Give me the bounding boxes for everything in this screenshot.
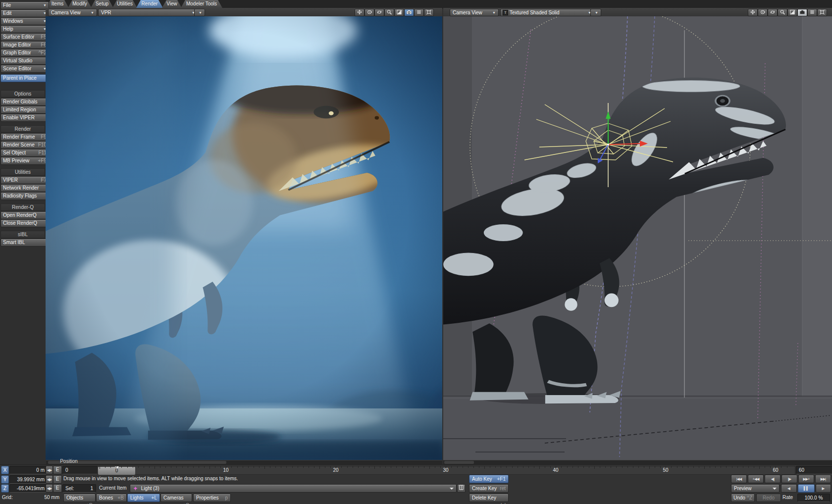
pan-icon[interactable] xyxy=(748,9,758,16)
axis-y-envelope-button[interactable]: E xyxy=(53,475,62,484)
fit-icon[interactable] xyxy=(424,9,434,16)
sidebar-item-render-scene[interactable]: F10Render Scene xyxy=(0,141,49,149)
frame-input[interactable]: 0 xyxy=(62,466,99,474)
sidebar-item-mb-preview[interactable]: +F9MB Preview xyxy=(0,157,49,165)
end-frame-input[interactable]: 60 xyxy=(796,466,832,474)
spin-icon[interactable] xyxy=(768,9,778,16)
camera-icon[interactable] xyxy=(404,9,414,16)
item-type-bones-button[interactable]: Bones+B xyxy=(96,494,127,502)
zoom-icon[interactable] xyxy=(778,9,787,16)
auto-key-button[interactable]: Auto Key+F1 xyxy=(469,475,509,483)
right-viewport-options-button[interactable]: ▼ xyxy=(590,9,601,16)
tab-render[interactable]: Render xyxy=(136,0,163,8)
spin-icon[interactable] xyxy=(374,9,384,16)
ruler-frame-number: 50 xyxy=(658,467,673,473)
menu-icon[interactable] xyxy=(807,9,817,16)
redo-button[interactable]: Redo xyxy=(756,494,781,502)
fit-icon[interactable] xyxy=(817,9,827,16)
sidebar-item-open-renderq[interactable]: Open RenderQ xyxy=(0,211,49,219)
axis-y-button[interactable]: Y xyxy=(1,475,9,484)
selection-count-field: Sel: 1 xyxy=(62,484,96,493)
play-reverse-button[interactable]: ◀ xyxy=(781,484,797,493)
axis-y-nudge-button[interactable]: ◀▶ xyxy=(46,475,53,484)
sidebar-item-scene-editor[interactable]: ▼Scene Editor xyxy=(0,65,49,73)
step-back-button[interactable]: ◀|| xyxy=(765,475,780,483)
right-render-mode-dropdown[interactable]: TTextured Shaded Solid▼ xyxy=(500,9,594,16)
pan-icon[interactable] xyxy=(355,9,364,16)
prev-keyframe-button[interactable]: +◀◀ xyxy=(748,475,764,483)
viewport-right-shaded[interactable] xyxy=(443,16,832,460)
sidebar-item-surface-editor[interactable]: F5Surface Editor xyxy=(0,33,49,41)
pause-button[interactable]: ▌▌ xyxy=(798,484,815,493)
axis-z-envelope-button[interactable]: E xyxy=(53,484,62,493)
section-header-utilities: Utilities xyxy=(0,168,45,176)
menu-icon[interactable] xyxy=(414,9,424,16)
preview-dropdown[interactable]: Preview xyxy=(731,484,780,493)
sidebar-item-graph-editor[interactable]: ^F2Graph Editor xyxy=(0,49,49,57)
axis-x-envelope-button[interactable]: E xyxy=(53,466,62,474)
delete-key-button[interactable]: Delete Keydel xyxy=(469,494,509,502)
undo-button[interactable]: Undo^Z xyxy=(731,494,755,502)
item-properties-mini-button[interactable] xyxy=(457,484,466,493)
left-view-mode-dropdown[interactable]: Camera View▼ xyxy=(48,9,97,16)
item-type-lights-button[interactable]: Lights+L xyxy=(127,494,160,502)
sidebar-item-viper[interactable]: F7VIPER xyxy=(0,176,49,184)
current-item-dropdown[interactable]: Light (3) xyxy=(130,484,457,493)
orbit-icon[interactable] xyxy=(364,9,374,16)
item-type-cameras-button[interactable]: Cameras+C xyxy=(160,494,192,502)
tab-view[interactable]: View xyxy=(162,0,182,8)
zoom-icon[interactable] xyxy=(384,9,394,16)
viewport-left-vpr-render[interactable] xyxy=(46,16,442,460)
sidebar-item-render-frame[interactable]: F9Render Frame xyxy=(0,133,49,141)
sidebar-item-sel-object[interactable]: F11Sel Object xyxy=(0,149,49,157)
axis-z-nudge-button[interactable]: ◀▶ xyxy=(46,484,53,493)
sidebar-item-parent-in-place[interactable]: Parent in Place xyxy=(0,74,49,82)
axis-x-nudge-button[interactable]: ◀▶ xyxy=(46,466,53,474)
sidebar-item-smart-ibl[interactable]: Smart IBL xyxy=(0,239,49,247)
sidebar: ▼File▼Edit▼Windows▼HelpF5Surface EditorF… xyxy=(0,0,46,464)
sidebar-item-radiosity-flags[interactable]: Radiosity Flags xyxy=(0,192,49,200)
sidebar-item-render-globals[interactable]: Render Globals xyxy=(0,98,49,106)
sidebar-item-close-renderq[interactable]: Close RenderQ xyxy=(0,219,49,227)
grid-value: 50 mm xyxy=(28,494,59,501)
orbit-icon[interactable] xyxy=(758,9,768,16)
tab-utilities[interactable]: Utilities xyxy=(112,0,137,8)
maximize-icon[interactable] xyxy=(787,9,797,16)
tab-items[interactable]: Items xyxy=(46,0,69,8)
maximize-icon[interactable] xyxy=(394,9,404,16)
axis-x-button[interactable]: X xyxy=(1,466,9,474)
tab-modeler-tools[interactable]: Modeler Tools xyxy=(181,0,222,8)
frame-slider-handle[interactable]: 0 xyxy=(98,466,136,475)
left-viewport-options-button[interactable]: ▼ xyxy=(194,9,205,16)
tab-setup[interactable]: Setup xyxy=(91,0,113,8)
sidebar-item-limited-region[interactable]: lLimited Region xyxy=(0,106,49,114)
item-type-properties-button[interactable]: Propertiesp xyxy=(193,494,231,502)
tab-modify[interactable]: Modify xyxy=(68,0,92,8)
axis-z-button[interactable]: Z xyxy=(1,484,9,493)
item-type-objects-button[interactable]: Objects+O xyxy=(63,494,96,502)
goto-end-button[interactable]: ▶▶| xyxy=(815,475,831,483)
preview-label: Preview xyxy=(734,486,752,491)
position-panel-label: Position xyxy=(52,458,86,464)
step-forward-button[interactable]: ||▶ xyxy=(781,475,797,483)
axis-z-value-field[interactable]: -65.0419mm xyxy=(9,484,47,493)
timeline-ruler[interactable]: 0 102030405060 xyxy=(97,466,795,475)
sidebar-item-windows[interactable]: ▼Windows xyxy=(0,17,49,25)
sidebar-item-image-editor[interactable]: F6Image Editor xyxy=(0,41,49,49)
next-keyframe-button[interactable]: ▶▶+ xyxy=(798,475,814,483)
sidebar-item-file[interactable]: ▼File xyxy=(0,1,49,9)
goto-start-button[interactable]: |◀◀ xyxy=(731,475,747,483)
right-view-mode-dropdown[interactable]: Camera View▼ xyxy=(450,9,499,16)
sidebar-item-edit[interactable]: ▼Edit xyxy=(0,9,49,17)
viewport-header-right: Camera View▼ TTextured Shaded Solid▼ ▼ xyxy=(443,8,832,17)
sidebar-item-network-render[interactable]: Network Render xyxy=(0,184,49,192)
left-render-mode-dropdown[interactable]: VPR▼ xyxy=(98,9,198,16)
axis-x-value-field[interactable]: 0 m xyxy=(9,466,47,474)
sidebar-item-enable-viper[interactable]: Enable VIPER xyxy=(0,114,49,122)
axis-y-value-field[interactable]: 39.9992 mm xyxy=(9,475,47,484)
create-key-button[interactable]: Create Keyret xyxy=(469,484,509,493)
sidebar-item-help[interactable]: ▼Help xyxy=(0,25,49,33)
sidebar-item-virtual-studio[interactable]: Virtual Studio xyxy=(0,57,49,65)
play-forward-button[interactable]: ▶ xyxy=(816,484,831,493)
camera-icon[interactable] xyxy=(797,9,807,16)
